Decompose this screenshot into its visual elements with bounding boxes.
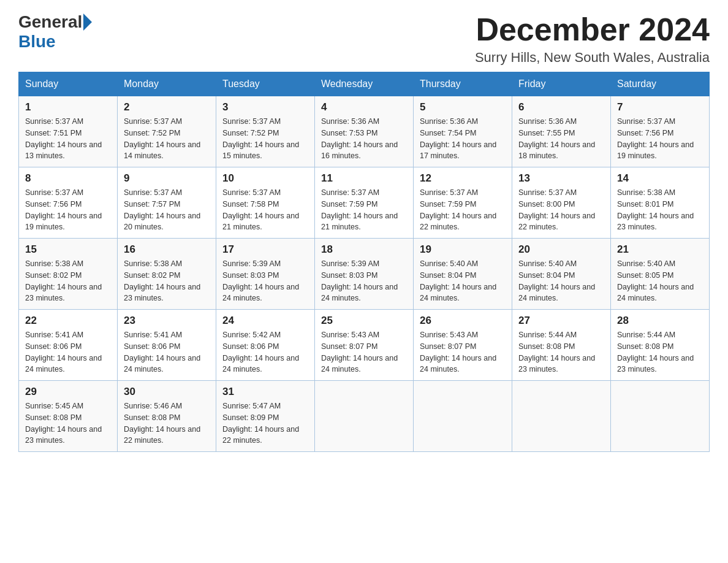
day-number: 26: [420, 315, 506, 327]
day-info: Sunrise: 5:37 AMSunset: 7:59 PMDaylight:…: [321, 187, 407, 233]
calendar-week-row: 15Sunrise: 5:38 AMSunset: 8:02 PMDayligh…: [19, 239, 710, 310]
calendar-cell: 11Sunrise: 5:37 AMSunset: 7:59 PMDayligh…: [315, 167, 414, 239]
day-info: Sunrise: 5:38 AMSunset: 8:02 PMDaylight:…: [124, 258, 210, 304]
calendar-week-row: 22Sunrise: 5:41 AMSunset: 8:06 PMDayligh…: [19, 310, 710, 381]
calendar-cell: 24Sunrise: 5:42 AMSunset: 8:06 PMDayligh…: [216, 310, 315, 381]
month-title: December 2024: [475, 12, 710, 47]
weekday-header-tuesday: Tuesday: [216, 72, 315, 96]
logo: General Blue: [18, 12, 93, 52]
day-info: Sunrise: 5:37 AMSunset: 7:52 PMDaylight:…: [222, 116, 308, 162]
weekday-header-saturday: Saturday: [611, 72, 710, 96]
calendar-cell: 21Sunrise: 5:40 AMSunset: 8:05 PMDayligh…: [611, 239, 710, 310]
calendar-cell: 8Sunrise: 5:37 AMSunset: 7:56 PMDaylight…: [19, 167, 118, 239]
calendar-cell: 15Sunrise: 5:38 AMSunset: 8:02 PMDayligh…: [19, 239, 118, 310]
day-number: 21: [617, 243, 703, 256]
day-info: Sunrise: 5:38 AMSunset: 8:01 PMDaylight:…: [617, 187, 703, 233]
calendar-cell: 3Sunrise: 5:37 AMSunset: 7:52 PMDaylight…: [216, 96, 315, 167]
day-info: Sunrise: 5:36 AMSunset: 7:55 PMDaylight:…: [518, 116, 604, 162]
day-number: 12: [420, 172, 506, 185]
day-number: 1: [25, 101, 111, 113]
day-info: Sunrise: 5:36 AMSunset: 7:54 PMDaylight:…: [420, 116, 506, 162]
day-number: 22: [25, 315, 111, 327]
day-number: 16: [124, 243, 210, 256]
day-info: Sunrise: 5:40 AMSunset: 8:04 PMDaylight:…: [420, 258, 506, 304]
day-info: Sunrise: 5:40 AMSunset: 8:04 PMDaylight:…: [518, 258, 604, 304]
day-info: Sunrise: 5:37 AMSunset: 7:56 PMDaylight:…: [617, 116, 703, 162]
day-number: 23: [124, 315, 210, 327]
day-info: Sunrise: 5:37 AMSunset: 7:56 PMDaylight:…: [25, 187, 111, 233]
calendar-week-row: 29Sunrise: 5:45 AMSunset: 8:08 PMDayligh…: [19, 381, 710, 452]
weekday-header-thursday: Thursday: [414, 72, 512, 96]
day-info: Sunrise: 5:44 AMSunset: 8:08 PMDaylight:…: [518, 329, 604, 375]
calendar-cell: 20Sunrise: 5:40 AMSunset: 8:04 PMDayligh…: [512, 239, 611, 310]
calendar-cell: 10Sunrise: 5:37 AMSunset: 7:58 PMDayligh…: [216, 167, 315, 239]
calendar-cell: 16Sunrise: 5:38 AMSunset: 8:02 PMDayligh…: [118, 239, 216, 310]
day-info: Sunrise: 5:36 AMSunset: 7:53 PMDaylight:…: [321, 116, 407, 162]
calendar-week-row: 8Sunrise: 5:37 AMSunset: 7:56 PMDaylight…: [19, 167, 710, 239]
calendar-cell: 17Sunrise: 5:39 AMSunset: 8:03 PMDayligh…: [216, 239, 315, 310]
calendar-cell: 23Sunrise: 5:41 AMSunset: 8:06 PMDayligh…: [118, 310, 216, 381]
calendar-cell: 28Sunrise: 5:44 AMSunset: 8:08 PMDayligh…: [611, 310, 710, 381]
day-info: Sunrise: 5:37 AMSunset: 7:52 PMDaylight:…: [124, 116, 210, 162]
day-number: 15: [25, 243, 111, 256]
day-number: 19: [420, 243, 506, 256]
calendar-cell: 12Sunrise: 5:37 AMSunset: 7:59 PMDayligh…: [414, 167, 512, 239]
logo-general-text: General: [18, 12, 82, 32]
day-info: Sunrise: 5:47 AMSunset: 8:09 PMDaylight:…: [222, 400, 308, 446]
calendar-cell: 14Sunrise: 5:38 AMSunset: 8:01 PMDayligh…: [611, 167, 710, 239]
day-info: Sunrise: 5:37 AMSunset: 7:57 PMDaylight:…: [124, 187, 210, 233]
calendar-cell: 9Sunrise: 5:37 AMSunset: 7:57 PMDaylight…: [118, 167, 216, 239]
day-info: Sunrise: 5:43 AMSunset: 8:07 PMDaylight:…: [321, 329, 407, 375]
weekday-header-monday: Monday: [118, 72, 216, 96]
calendar-cell: 13Sunrise: 5:37 AMSunset: 8:00 PMDayligh…: [512, 167, 611, 239]
day-number: 4: [321, 101, 407, 113]
day-info: Sunrise: 5:40 AMSunset: 8:05 PMDaylight:…: [617, 258, 703, 304]
day-number: 30: [124, 386, 210, 398]
weekday-header-row: SundayMondayTuesdayWednesdayThursdayFrid…: [19, 72, 710, 96]
day-info: Sunrise: 5:39 AMSunset: 8:03 PMDaylight:…: [321, 258, 407, 304]
calendar-cell: 19Sunrise: 5:40 AMSunset: 8:04 PMDayligh…: [414, 239, 512, 310]
day-info: Sunrise: 5:37 AMSunset: 8:00 PMDaylight:…: [518, 187, 604, 233]
calendar-cell: 2Sunrise: 5:37 AMSunset: 7:52 PMDaylight…: [118, 96, 216, 167]
day-number: 11: [321, 172, 407, 185]
day-info: Sunrise: 5:38 AMSunset: 8:02 PMDaylight:…: [25, 258, 111, 304]
day-info: Sunrise: 5:44 AMSunset: 8:08 PMDaylight:…: [617, 329, 703, 375]
calendar-cell: 22Sunrise: 5:41 AMSunset: 8:06 PMDayligh…: [19, 310, 118, 381]
logo-arrow-icon: [83, 13, 92, 31]
weekday-header-sunday: Sunday: [19, 72, 118, 96]
day-info: Sunrise: 5:43 AMSunset: 8:07 PMDaylight:…: [420, 329, 506, 375]
day-info: Sunrise: 5:41 AMSunset: 8:06 PMDaylight:…: [25, 329, 111, 375]
day-number: 18: [321, 243, 407, 256]
day-info: Sunrise: 5:41 AMSunset: 8:06 PMDaylight:…: [124, 329, 210, 375]
day-number: 17: [222, 243, 308, 256]
day-number: 10: [222, 172, 308, 185]
calendar-cell: 4Sunrise: 5:36 AMSunset: 7:53 PMDaylight…: [315, 96, 414, 167]
calendar-cell: 30Sunrise: 5:46 AMSunset: 8:08 PMDayligh…: [118, 381, 216, 452]
day-number: 8: [25, 172, 111, 185]
calendar-cell: 31Sunrise: 5:47 AMSunset: 8:09 PMDayligh…: [216, 381, 315, 452]
calendar-cell: 1Sunrise: 5:37 AMSunset: 7:51 PMDaylight…: [19, 96, 118, 167]
day-info: Sunrise: 5:39 AMSunset: 8:03 PMDaylight:…: [222, 258, 308, 304]
day-number: 7: [617, 101, 703, 113]
weekday-header-friday: Friday: [512, 72, 611, 96]
day-number: 13: [518, 172, 604, 185]
calendar-cell: 7Sunrise: 5:37 AMSunset: 7:56 PMDaylight…: [611, 96, 710, 167]
day-info: Sunrise: 5:45 AMSunset: 8:08 PMDaylight:…: [25, 400, 111, 446]
calendar-cell: 25Sunrise: 5:43 AMSunset: 8:07 PMDayligh…: [315, 310, 414, 381]
calendar-cell: [414, 381, 512, 452]
day-number: 2: [124, 101, 210, 113]
day-number: 14: [617, 172, 703, 185]
day-number: 3: [222, 101, 308, 113]
calendar-cell: [512, 381, 611, 452]
calendar-cell: 29Sunrise: 5:45 AMSunset: 8:08 PMDayligh…: [19, 381, 118, 452]
day-info: Sunrise: 5:37 AMSunset: 7:58 PMDaylight:…: [222, 187, 308, 233]
day-number: 31: [222, 386, 308, 398]
calendar-week-row: 1Sunrise: 5:37 AMSunset: 7:51 PMDaylight…: [19, 96, 710, 167]
day-number: 20: [518, 243, 604, 256]
weekday-header-wednesday: Wednesday: [315, 72, 414, 96]
title-area: December 2024 Surry Hills, New South Wal…: [475, 12, 710, 66]
calendar-table: SundayMondayTuesdayWednesdayThursdayFrid…: [18, 72, 710, 452]
calendar-cell: 26Sunrise: 5:43 AMSunset: 8:07 PMDayligh…: [414, 310, 512, 381]
day-number: 6: [518, 101, 604, 113]
day-number: 28: [617, 315, 703, 327]
